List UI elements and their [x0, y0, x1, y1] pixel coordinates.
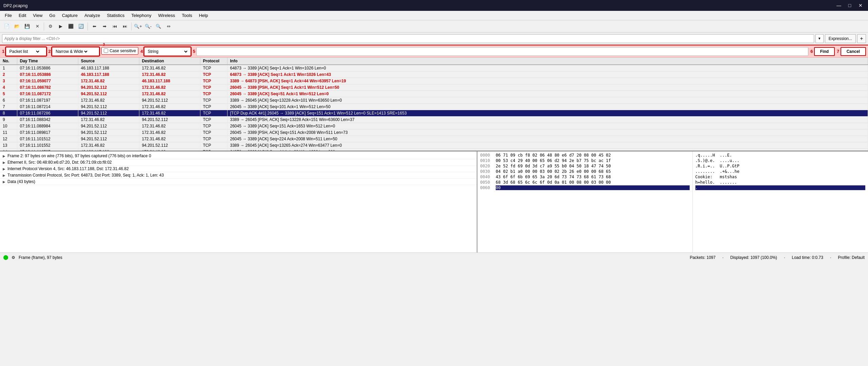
- menu-statistics[interactable]: Statistics: [103, 12, 128, 19]
- detail-text: Frame 2: 97 bytes on wire (776 bits), 97…: [7, 154, 151, 158]
- string-type-select[interactable]: String Hex value Regular expression: [146, 49, 189, 54]
- detail-row[interactable]: ▶Ethernet II, Src: 06:48:80:e6:d7:20, Ds…: [0, 159, 477, 166]
- maximize-button[interactable]: □: [846, 1, 854, 9]
- filter-dropdown-btn[interactable]: ▼: [815, 34, 824, 43]
- hex-row[interactable]: 004043 6f 6f 6b 69 65 3a 20 6d 73 74 73 …: [480, 175, 690, 179]
- detail-text: Ethernet II, Src: 06:48:80:e6:d7:20, Dst…: [7, 160, 112, 165]
- hex-bytes: 06 71 09 cb f8 02 06 48 80 e6 d7 20 08 0…: [496, 153, 690, 158]
- hex-offset: 0030: [480, 169, 493, 174]
- table-row[interactable]: 1007:16:11.08898494.201.52.112172.31.46.…: [0, 123, 868, 129]
- search-type-dropdown[interactable]: Narrow & Wide Narrow Wide: [52, 47, 99, 56]
- menu-capture[interactable]: Capture: [59, 12, 81, 19]
- statusbar-frame-info: ⚙: [12, 255, 15, 260]
- hex-offset: 0000: [480, 153, 493, 158]
- table-row[interactable]: 907:16:11.088342172.31.46.8294.201.52.11…: [0, 117, 868, 123]
- toolbar-resize-columns[interactable]: ⇔: [164, 22, 173, 31]
- detail-text: Data (43 bytes): [7, 179, 35, 184]
- toolbar-first-packet[interactable]: ⏮: [110, 22, 119, 31]
- expression-button[interactable]: Expression...: [825, 34, 856, 43]
- detail-row[interactable]: ▶Frame 2: 97 bytes on wire (776 bits), 9…: [0, 153, 477, 159]
- annotation-7: 7: [837, 49, 839, 54]
- table-row[interactable]: 507:16:11.08717294.201.52.112172.31.46.8…: [0, 91, 868, 97]
- col-header-source[interactable]: Source: [78, 58, 139, 65]
- hex-area: 000006 71 09 cb f8 02 06 48 80 e6 d7 20 …: [477, 151, 868, 252]
- table-row[interactable]: 1307:16:11.101552172.31.46.8294.201.52.1…: [0, 142, 868, 149]
- add-filter-button[interactable]: +: [857, 34, 866, 43]
- toolbar-next-packet[interactable]: ➡: [100, 22, 109, 31]
- hex-row[interactable]: 006000: [480, 185, 690, 190]
- cancel-area: 7 Cancel: [837, 47, 866, 56]
- search-value-input[interactable]: [196, 47, 808, 56]
- searchbar: 1 Packet list Packet details Packet byte…: [0, 45, 868, 58]
- col-header-protocol[interactable]: Protocol: [200, 58, 227, 65]
- toolbar-zoom-out[interactable]: 🔍-: [143, 22, 153, 31]
- hex-row[interactable]: 000006 71 09 cb f8 02 06 48 80 e6 d7 20 …: [480, 153, 690, 158]
- toolbar-prev-packet[interactable]: ⬅: [90, 22, 99, 31]
- table-row[interactable]: 407:16:11.08678294.201.52.112172.31.46.8…: [0, 84, 868, 91]
- col-header-info[interactable]: Info: [227, 58, 868, 65]
- statusbar-left: ⚙ Frame (frame), 97 bytes: [3, 255, 62, 260]
- packet-list-dropdown[interactable]: Packet list Packet details Packet bytes: [6, 47, 46, 56]
- hex-row[interactable]: 005068 3d 68 65 6c 6c 6f 0d 0a 01 00 08 …: [480, 180, 690, 185]
- toolbar-capture-options[interactable]: ⚙: [46, 22, 55, 31]
- table-row[interactable]: 1207:16:11.10151294.201.52.112172.31.46.…: [0, 136, 868, 142]
- menu-view[interactable]: View: [29, 12, 46, 19]
- minimize-button[interactable]: —: [835, 1, 843, 9]
- toolbar-restart-capture[interactable]: 🔄: [76, 22, 86, 31]
- table-row[interactable]: 607:16:11.087197172.31.46.8294.201.52.11…: [0, 97, 868, 104]
- string-type-dropdown[interactable]: String Hex value Regular expression: [144, 47, 191, 56]
- toolbar-zoom-reset[interactable]: 🔍: [154, 22, 163, 31]
- toolbar-start-capture[interactable]: ▶: [56, 22, 65, 31]
- packet-list-select[interactable]: Packet list Packet details Packet bytes: [8, 49, 40, 54]
- menu-analyze[interactable]: Analyze: [81, 12, 103, 19]
- ascii-row: Cookie: mstshas: [695, 175, 865, 179]
- col-header-time[interactable]: Day Time: [17, 58, 78, 65]
- toolbar-new[interactable]: 📄: [2, 22, 12, 31]
- hex-row[interactable]: 00202e 52 fd 69 0d 3d c7 a9 55 b0 04 50 …: [480, 164, 690, 168]
- case-sensitive-area: 3 Case sensitive: [101, 47, 138, 55]
- menu-wireless[interactable]: Wireless: [155, 12, 178, 19]
- menu-file[interactable]: File: [1, 12, 15, 19]
- packet-table: No. Day Time Source Destination Protocol…: [0, 58, 868, 151]
- menu-edit[interactable]: Edit: [15, 12, 29, 19]
- menu-help[interactable]: Help: [196, 12, 212, 19]
- col-header-destination[interactable]: Destination: [139, 58, 200, 65]
- hex-row[interactable]: 001000 53 c4 29 40 00 65 06 d2 94 2e b7 …: [480, 158, 690, 163]
- hex-offset: 0020: [480, 164, 493, 168]
- menu-tools[interactable]: Tools: [178, 12, 195, 19]
- col-header-no[interactable]: No.: [0, 58, 17, 65]
- hex-row[interactable]: 003004 02 b1 a0 00 00 03 00 02 2b 26 e0 …: [480, 169, 690, 174]
- toolbar-last-packet[interactable]: ⏭: [120, 22, 130, 31]
- find-button[interactable]: Find: [814, 47, 835, 56]
- toolbar-zoom-in[interactable]: 🔍+: [133, 22, 143, 31]
- packet-list-area: No. Day Time Source Destination Protocol…: [0, 58, 868, 151]
- toolbar-save[interactable]: 💾: [22, 22, 32, 31]
- detail-row[interactable]: ▶Transmission Control Protocol, Src Port…: [0, 172, 477, 179]
- detail-row[interactable]: ▶Data (43 bytes): [0, 179, 477, 185]
- hex-bytes: 43 6f 6f 6b 69 65 3a 20 6d 73 74 73 68 6…: [496, 175, 690, 179]
- toolbar-open[interactable]: 📂: [12, 22, 22, 31]
- detail-row[interactable]: ▶Internet Protocol Version 4, Src: 46.18…: [0, 166, 477, 172]
- search-type-select[interactable]: Narrow & Wide Narrow Wide: [54, 49, 88, 54]
- hex-bytes: 00 53 c4 29 40 00 65 06 d2 94 2e b7 75 b…: [496, 158, 690, 163]
- annotation-4: 4: [140, 49, 143, 54]
- lower-panel: ▶Frame 2: 97 bytes on wire (776 bits), 9…: [0, 151, 868, 252]
- menu-go[interactable]: Go: [46, 12, 58, 19]
- table-row[interactable]: 707:16:11.08721494.201.52.112172.31.46.8…: [0, 104, 868, 110]
- display-filter-input[interactable]: [2, 34, 814, 43]
- table-row[interactable]: 1107:16:11.08981794.201.52.112172.31.46.…: [0, 129, 868, 136]
- menu-telephony[interactable]: Telephony: [128, 12, 155, 19]
- statusbar-right: Packets: 1097 · Displayed: 1097 (100.0%)…: [690, 255, 865, 260]
- toolbar-close[interactable]: ✕: [33, 22, 42, 31]
- table-header-row: No. Day Time Source Destination Protocol…: [0, 58, 868, 65]
- close-button[interactable]: ✕: [856, 1, 865, 9]
- table-row[interactable]: 207:16:11.05388646.183.117.188172.31.46.…: [0, 72, 868, 78]
- ascii-row: .S.)@.e. ....u...: [695, 158, 865, 163]
- table-row[interactable]: 107:16:11.05388646.183.117.188172.31.46.…: [0, 65, 868, 72]
- table-row[interactable]: 807:16:11.08728694.201.52.112172.31.46.8…: [0, 110, 868, 117]
- case-sensitive-checkbox[interactable]: [104, 48, 108, 53]
- cancel-button[interactable]: Cancel: [841, 47, 866, 56]
- statusbar-sep3: ·: [830, 255, 831, 260]
- table-row[interactable]: 307:16:11.059077172.31.46.8246.183.117.1…: [0, 78, 868, 84]
- toolbar-stop-capture[interactable]: ⬛: [66, 22, 76, 31]
